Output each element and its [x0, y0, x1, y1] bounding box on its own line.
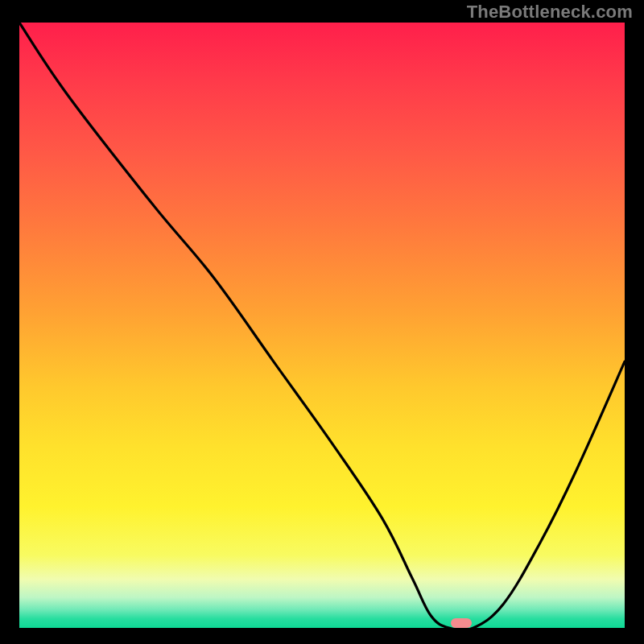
plot-area: [19, 23, 625, 628]
watermark-text: TheBottleneck.com: [467, 2, 633, 23]
chart-frame: TheBottleneck.com: [0, 0, 644, 644]
bottleneck-curve: [19, 23, 625, 628]
optimum-marker: [451, 618, 472, 628]
